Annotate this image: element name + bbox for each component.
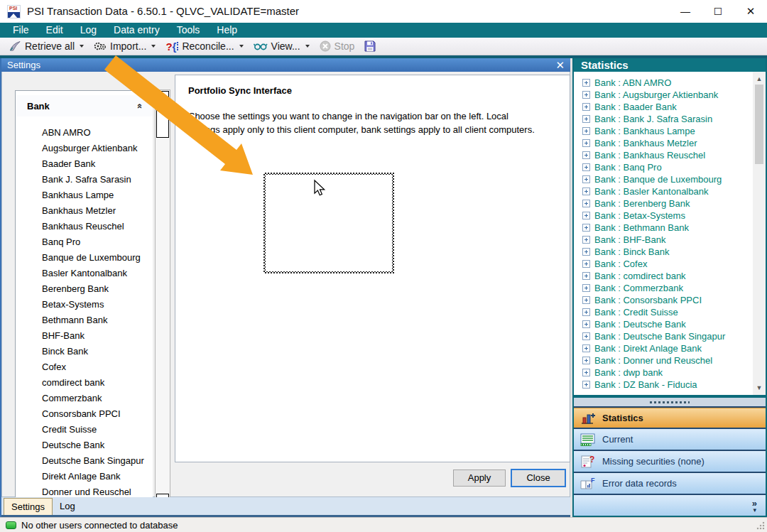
minimize-button[interactable]: — — [669, 0, 702, 22]
toolbar-import-button[interactable]: Import... — [89, 38, 161, 55]
nav-item-bank[interactable]: Betax-Systems — [16, 297, 153, 313]
nav-item-bank[interactable]: Augsburger Aktienbank — [16, 141, 153, 156]
scroll-down-chevron[interactable]: ▼ — [753, 382, 766, 393]
nav-item-bank[interactable]: Banque de Luxembourg — [16, 250, 153, 266]
nav-item-bank[interactable]: Direkt Anlage Bank — [16, 469, 153, 484]
tree-item-bank[interactable]: Bank : Direkt Anlage Bank — [574, 342, 750, 354]
nav-item-bank[interactable]: Berenberg Bank — [16, 281, 153, 297]
expand-plus-icon[interactable] — [582, 236, 590, 244]
nav-item-bank[interactable]: Bankhaus Reuschel — [16, 219, 153, 234]
nav-item-bank[interactable]: Cofex — [16, 359, 153, 375]
menu-item-edit[interactable]: Edit — [38, 23, 72, 38]
expand-plus-icon[interactable] — [582, 115, 590, 123]
nav-button-statistics[interactable]: Statistics — [574, 408, 766, 429]
expand-plus-icon[interactable] — [582, 308, 590, 316]
expand-plus-icon[interactable] — [582, 151, 590, 159]
nav-item-bank[interactable]: BHF-Bank — [16, 328, 153, 344]
apply-button[interactable]: Apply — [453, 469, 506, 487]
tree-item-bank[interactable]: Bank : Deutsche Bank — [574, 318, 750, 330]
tree-item-bank[interactable]: Bank : DZ Bank - Fiducia — [574, 379, 750, 391]
collapse-chevron-icon[interactable]: » — [134, 103, 144, 108]
expand-plus-icon[interactable] — [582, 284, 590, 292]
nav-item-bank[interactable]: Banq Pro — [16, 234, 153, 250]
maximize-button[interactable]: ☐ — [702, 0, 734, 22]
expand-plus-icon[interactable] — [582, 344, 590, 352]
scrollbar-thumb[interactable] — [156, 104, 169, 138]
tree-item-bank[interactable]: Bank : Bankhaus Reuschel — [574, 149, 750, 161]
tree-item-bank[interactable]: Bank : Binck Bank — [574, 246, 750, 258]
tree-item-bank[interactable]: Bank : Banque de Luxembourg — [574, 173, 750, 185]
tree-item-bank[interactable]: Bank : Bankhaus Metzler — [574, 137, 750, 149]
expand-plus-icon[interactable] — [582, 200, 590, 207]
expand-plus-icon[interactable] — [582, 163, 590, 171]
nav-item-bank[interactable]: Basler Kantonalbank — [16, 266, 153, 281]
resize-grip[interactable] — [756, 521, 765, 530]
tree-item-bank[interactable]: Bank : Bank J. Safra Sarasin — [574, 113, 750, 125]
tree-item-bank[interactable]: Bank : Augsburger Aktienbank — [574, 89, 750, 101]
menu-item-data-entry[interactable]: Data entry — [105, 23, 168, 38]
nav-button-error-data-records[interactable]: FError data records — [574, 473, 766, 495]
tree-item-bank[interactable]: Bank : BHF-Bank — [574, 234, 750, 246]
menu-item-log[interactable]: Log — [72, 23, 105, 38]
tree-item-bank[interactable]: Bank : dwp bank — [574, 367, 750, 379]
toolbar-retrieve-all-button[interactable]: Retrieve all — [4, 38, 89, 55]
menu-item-help[interactable]: Help — [208, 23, 246, 38]
expand-plus-icon[interactable] — [582, 175, 590, 183]
nav-button-current[interactable]: Current — [574, 429, 766, 451]
tab-settings[interactable]: Settings — [4, 498, 53, 515]
toolbar-view-button[interactable]: View... — [249, 38, 315, 55]
tree-item-bank[interactable]: Bank : Bankhaus Lampe — [574, 125, 750, 137]
tree-item-bank[interactable]: Bank : Berenberg Bank — [574, 197, 750, 210]
menu-item-tools[interactable]: Tools — [168, 23, 209, 38]
tree-item-bank[interactable]: Bank : Banq Pro — [574, 161, 750, 173]
tree-item-bank[interactable]: Bank : Donner und Reuschel — [574, 354, 750, 367]
nav-item-bank[interactable]: ABN AMRO — [16, 125, 153, 141]
nav-item-bank[interactable]: Bank J. Safra Sarasin — [16, 172, 153, 188]
expand-plus-icon[interactable] — [582, 127, 590, 135]
toolbar-save-button[interactable] — [359, 38, 381, 55]
close-button[interactable]: ✕ — [734, 0, 767, 22]
expand-plus-icon[interactable] — [582, 188, 590, 195]
nav-overflow-bar[interactable]: »▾ — [574, 495, 766, 516]
expand-plus-icon[interactable] — [582, 103, 590, 111]
tree-item-bank[interactable]: Bank : Cofex — [574, 258, 750, 270]
expand-plus-icon[interactable] — [582, 357, 590, 364]
scroll-up-chevron[interactable]: ▲ — [753, 73, 766, 85]
nav-item-bank[interactable]: Commerzbank — [16, 391, 153, 406]
nav-group-bank[interactable]: Bank » — [16, 95, 153, 116]
expand-plus-icon[interactable] — [582, 272, 590, 280]
nav-item-bank[interactable]: Consorsbank PPCI — [16, 406, 153, 422]
expand-plus-icon[interactable] — [582, 296, 590, 304]
tree-item-bank[interactable]: Bank : Commerzbank — [574, 282, 750, 294]
tree-item-bank[interactable]: Bank : Consorsbank PPCI — [574, 294, 750, 306]
tree-item-bank[interactable]: Bank : Bethmann Bank — [574, 222, 750, 234]
dropdown-arrow-icon[interactable] — [80, 45, 84, 48]
nav-item-bank[interactable]: Binck Bank — [16, 344, 153, 359]
expand-plus-icon[interactable] — [582, 248, 590, 256]
overflow-down-arrow-icon[interactable]: ▾ — [753, 506, 756, 514]
expand-plus-icon[interactable] — [582, 224, 590, 232]
expand-plus-icon[interactable] — [582, 332, 590, 340]
scroll-up-button[interactable]: ▲ — [156, 91, 169, 104]
nav-item-bank[interactable]: Credit Suisse — [16, 422, 153, 438]
expand-plus-icon[interactable] — [582, 79, 590, 87]
bank-list-scrollbar[interactable]: ▲ ▼ — [155, 89, 170, 509]
nav-item-bank[interactable]: Bankhaus Metzler — [16, 203, 153, 219]
expand-plus-icon[interactable] — [582, 212, 590, 219]
expand-plus-icon[interactable] — [582, 381, 590, 389]
dropdown-arrow-icon[interactable] — [239, 45, 244, 48]
tree-item-bank[interactable]: Bank : Betax-Systems — [574, 210, 750, 222]
tree-item-bank[interactable]: Bank : ABN AMRO — [574, 77, 750, 89]
expand-plus-icon[interactable] — [582, 260, 590, 268]
nav-item-bank[interactable]: Bankhaus Lampe — [16, 188, 153, 203]
tree-item-bank[interactable]: Bank : Credit Suisse — [574, 306, 750, 318]
nav-item-bank[interactable]: Bethmann Bank — [16, 313, 153, 328]
scrollbar-thumb[interactable] — [755, 85, 763, 164]
nav-item-bank[interactable]: Deutsche Bank Singapur — [16, 453, 153, 469]
tree-item-bank[interactable]: Bank : Baader Bank — [574, 101, 750, 113]
nav-item-bank[interactable]: comdirect bank — [16, 375, 153, 391]
dropdown-arrow-icon[interactable] — [151, 45, 156, 48]
expand-plus-icon[interactable] — [582, 91, 590, 99]
nav-item-bank[interactable]: Baader Bank — [16, 156, 153, 172]
tree-item-bank[interactable]: Bank : Basler Kantonalbank — [574, 185, 750, 197]
